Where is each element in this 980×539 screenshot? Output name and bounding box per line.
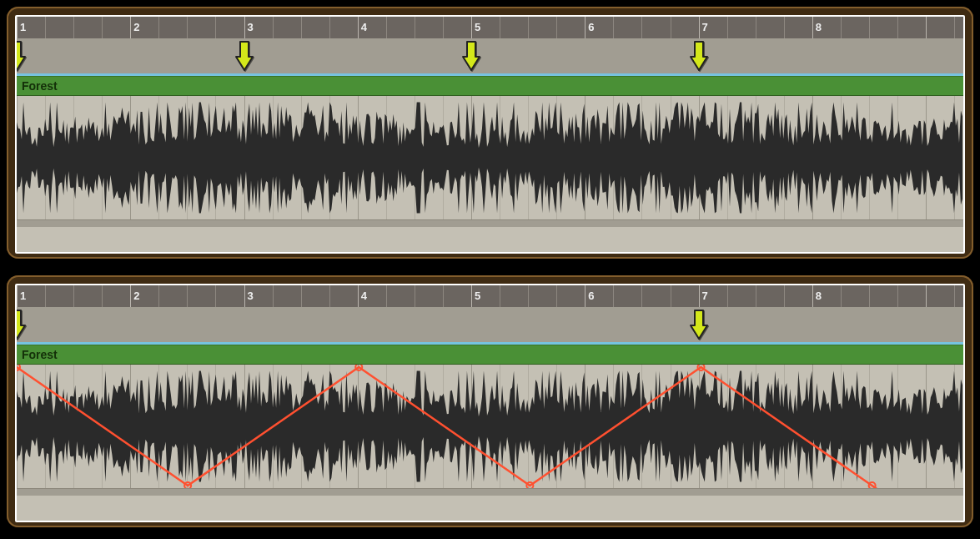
warp-marker-arrow-icon[interactable]	[15, 40, 27, 72]
ruler-bar-label: 2	[130, 21, 139, 33]
ruler-bar-label: 7	[699, 21, 708, 33]
ruler-bar-label: 1	[17, 21, 26, 33]
waveform-top	[17, 96, 963, 219]
ruler-bar-label: 3	[244, 21, 254, 33]
panel-bottom: 12345678 Forest	[15, 284, 965, 522]
marker-lane-top[interactable]	[17, 38, 963, 73]
waveform-bottom	[17, 365, 963, 488]
ruler-bar-label: 5	[471, 21, 480, 33]
ruler-bar-label: 5	[471, 290, 480, 302]
frame-bottom: 12345678 Forest	[7, 275, 973, 527]
waveform-area-top[interactable]	[17, 96, 963, 219]
ruler-bottom[interactable]: 12345678	[17, 285, 963, 307]
ruler-bar-label: 8	[812, 21, 822, 33]
clip-header-top[interactable]: Forest	[17, 76, 963, 96]
ruler-bar-label: 8	[812, 290, 822, 302]
warp-marker-arrow-icon[interactable]	[689, 40, 709, 72]
ruler-bar-label: 4	[358, 21, 367, 33]
ruler-bar-label: 4	[358, 290, 367, 302]
ruler-bar-label: 6	[585, 21, 594, 33]
frame-top: 12345678 Forest	[7, 7, 973, 259]
ruler-top[interactable]: 12345678	[17, 17, 963, 38]
clip-name-top: Forest	[22, 79, 58, 93]
clip-header-bottom[interactable]: Forest	[17, 345, 963, 365]
warp-marker-arrow-icon[interactable]	[15, 309, 27, 340]
ruler-bar-label: 3	[244, 290, 254, 302]
ruler-bar-label: 7	[699, 290, 708, 302]
warp-marker-arrow-icon[interactable]	[461, 40, 481, 72]
ruler-bar-label: 6	[585, 290, 594, 302]
ruler-bar-label: 1	[17, 290, 26, 302]
waveform-area-bottom[interactable]	[17, 365, 963, 488]
warp-marker-arrow-icon[interactable]	[234, 40, 254, 72]
bottom-strip-bottom	[17, 488, 963, 496]
clip-name-bottom: Forest	[22, 348, 58, 361]
ruler-bar-label: 2	[130, 290, 139, 302]
marker-lane-bottom[interactable]	[17, 307, 963, 342]
panel-top: 12345678 Forest	[15, 15, 965, 254]
bottom-strip-top	[17, 219, 963, 227]
warp-marker-arrow-icon[interactable]	[689, 309, 709, 340]
